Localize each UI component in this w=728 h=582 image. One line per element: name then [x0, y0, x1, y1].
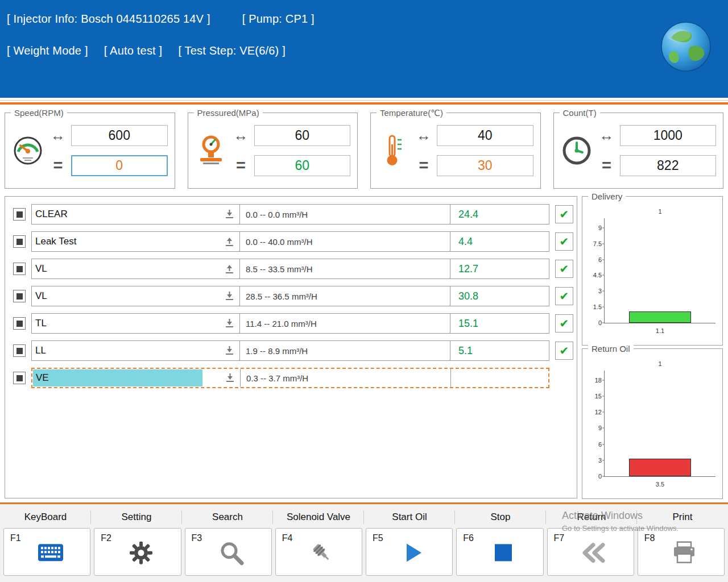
plot-area: 1 3.5 0369121518 — [604, 371, 715, 477]
y-tick-label: 3 — [586, 457, 602, 464]
globe-logo-icon — [660, 20, 712, 73]
test-name-cell: TL — [32, 314, 240, 333]
test-name: VL — [35, 263, 47, 275]
auto-test: [ Auto test ] — [104, 44, 163, 57]
test-row-tl[interactable]: TL 11.4 -- 21.0 mm³/H 15.1 ✔ — [9, 310, 573, 337]
injector-up-icon — [225, 236, 234, 247]
fkey-label: F5 — [373, 533, 383, 543]
test-row-leak-test[interactable]: Leak Test 0.0 -- 40.0 mm³/H 4.4 ✔ — [9, 228, 573, 255]
row-checkbox[interactable] — [13, 317, 26, 330]
test-range: 1.9 -- 8.9 mm³/H — [240, 341, 450, 360]
y-tick-label: 4.5 — [586, 272, 602, 278]
row-checkbox[interactable] — [13, 290, 26, 302]
y-tick-label: 9 — [586, 425, 602, 431]
test-row-vl-1[interactable]: VL 8.5 -- 33.5 mm³/H 12.7 ✔ — [9, 255, 573, 282]
y-tick-mark — [602, 444, 605, 444]
target-arrow-icon: ↔ — [49, 127, 67, 144]
temperature-target-value[interactable]: 40 — [437, 125, 533, 146]
pass-indicator: ✔ — [555, 205, 573, 223]
active-row-highlight — [33, 369, 202, 386]
row-checkbox[interactable] — [13, 235, 26, 248]
count-target-value[interactable]: 1000 — [620, 125, 717, 146]
keyboard-button[interactable]: F1 — [3, 528, 90, 576]
row-checkbox[interactable] — [13, 208, 26, 221]
test-row-main[interactable]: VL 28.5 -- 36.5 mm³/H 30.8 — [31, 286, 549, 306]
test-row-ve-active[interactable]: VE 0.3 -- 3.7 mm³/H — [9, 364, 573, 392]
pass-indicator: ✔ — [555, 342, 573, 360]
y-tick-label: 6 — [586, 256, 602, 263]
setting-button[interactable]: F2 — [94, 528, 181, 576]
y-tick-mark — [602, 323, 605, 323]
row-checkbox[interactable] — [13, 372, 26, 384]
search-icon — [218, 540, 245, 566]
checkbox-fill — [16, 293, 23, 300]
fkey-label: F6 — [463, 533, 474, 543]
temperature-actual-value[interactable]: 30 — [437, 155, 533, 176]
fkey-label: F8 — [644, 533, 655, 543]
test-row-main[interactable]: Leak Test 0.0 -- 40.0 mm³/H 4.4 — [31, 231, 549, 252]
check-icon: ✔ — [560, 207, 569, 221]
delivery-bar — [629, 311, 691, 323]
return-oil-chart-panel: Return Oil 1 3.5 0369121518 — [582, 348, 723, 499]
pressure-actual-value[interactable]: 60 — [254, 155, 351, 176]
row-checkbox[interactable] — [13, 344, 26, 357]
target-arrow-icon: ↔ — [598, 127, 615, 144]
equals-icon: = — [49, 156, 67, 175]
print-icon — [672, 541, 697, 565]
equals-icon: = — [233, 156, 250, 175]
return-icon — [580, 542, 608, 564]
test-row-ll[interactable]: LL 1.9 -- 8.9 mm³/H 5.1 ✔ — [9, 337, 573, 364]
test-name: LL — [35, 345, 46, 356]
speed-actual-value[interactable]: 0 — [71, 155, 168, 176]
fkey-label: F7 — [554, 533, 565, 543]
test-row-clear[interactable]: CLEAR 0.0 -- 0.0 mm³/H 24.4 ✔ — [9, 201, 573, 228]
test-name: VE — [36, 372, 49, 384]
test-name: CLEAR — [35, 209, 68, 220]
test-range: 0.0 -- 40.0 mm³/H — [240, 232, 450, 251]
test-range: 28.5 -- 36.5 mm³/H — [240, 286, 450, 306]
fkey-label: F3 — [192, 533, 202, 543]
plot-area: 1 1.1 01.534.567.59 — [604, 218, 715, 323]
test-row-main[interactable]: VL 8.5 -- 33.5 mm³/H 12.7 — [31, 259, 549, 279]
pressure-icon — [193, 134, 229, 167]
print-button[interactable]: F8 — [638, 528, 725, 576]
thermometer-icon — [375, 134, 412, 167]
pass-indicator: ✔ — [555, 260, 573, 278]
row-checkbox[interactable] — [13, 263, 26, 275]
checkbox-fill — [16, 211, 23, 218]
count-actual-value[interactable]: 822 — [620, 155, 717, 176]
test-result: 24.4 — [450, 205, 549, 224]
stop-button[interactable]: F6 — [456, 528, 543, 576]
stop-icon — [494, 543, 513, 562]
test-name-cell: CLEAR — [32, 205, 240, 224]
test-row-main[interactable]: LL 1.9 -- 8.9 mm³/H 5.1 — [31, 340, 549, 361]
checkbox-fill — [16, 321, 23, 327]
y-tick-label: 18 — [586, 377, 602, 384]
test-row-main[interactable]: CLEAR 0.0 -- 0.0 mm³/H 24.4 — [31, 204, 549, 225]
injector-down-icon — [225, 209, 234, 219]
chart-top-label: 1 — [605, 208, 715, 215]
start-oil-button[interactable]: F5 — [366, 528, 453, 576]
speed-target-value[interactable]: 600 — [71, 125, 168, 146]
test-row-main[interactable]: VE 0.3 -- 3.7 mm³/H — [31, 368, 549, 388]
test-result: 12.7 — [450, 259, 549, 278]
divider-line — [0, 100, 728, 101]
test-row-vl-2[interactable]: VL 28.5 -- 36.5 mm³/H 30.8 ✔ — [9, 282, 573, 310]
pressure-target-value[interactable]: 60 — [254, 125, 351, 146]
setting-label: Setting — [91, 504, 182, 528]
check-icon: ✔ — [560, 235, 569, 248]
injector-down-icon — [225, 346, 234, 356]
y-tick-mark — [602, 243, 605, 244]
pump-info: [ Pump: CP1 ] — [242, 13, 315, 26]
test-result: 30.8 — [450, 286, 549, 306]
chart-title: Return Oil — [588, 344, 634, 354]
return-button[interactable]: F7 — [547, 528, 634, 576]
search-button[interactable]: F3 — [185, 528, 272, 576]
test-range: 11.4 -- 21.0 mm³/H — [240, 314, 450, 333]
parameter-panel: Speed(RPM) ↔ 600 = 0 — [5, 113, 723, 189]
solenoid-valve-button[interactable]: F4 — [275, 528, 362, 576]
test-result: 5.1 — [450, 341, 549, 360]
pass-indicator: ✔ — [555, 314, 573, 332]
test-row-main[interactable]: TL 11.4 -- 21.0 mm³/H 15.1 — [31, 313, 549, 334]
y-tick-label: 0 — [586, 319, 602, 326]
